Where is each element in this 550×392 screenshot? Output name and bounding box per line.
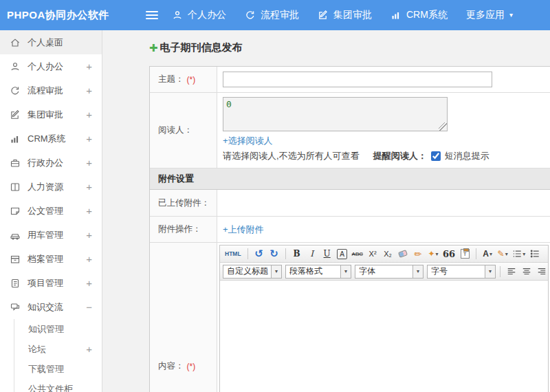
caret-down-icon: ▾ — [522, 251, 525, 257]
heading-select-value: 自定义标题 — [227, 265, 268, 277]
required-mark: (*) — [187, 362, 196, 371]
strikethrough-button[interactable]: ABC — [351, 247, 364, 261]
nav-item-more-apps[interactable]: 更多应用 ▾ — [466, 9, 513, 21]
editor-toolbar-row2: 自定义标题 ▾ 段落格式 ▾ 字体 ▾ — [220, 263, 548, 281]
nav-item-workflow-approval[interactable]: 流程审批 — [245, 9, 299, 21]
sidebar-item-label: CRM系统 — [28, 133, 86, 145]
nav-item-personal-office[interactable]: 个人办公 — [172, 9, 226, 21]
undo-icon[interactable]: ↺ — [252, 247, 266, 261]
subject-label: 主题： — [158, 74, 184, 85]
attachment-ops-label: 附件操作： — [158, 224, 201, 235]
subscript-button[interactable]: X₂ — [381, 247, 395, 261]
sidebar-subitem-knowledge-mgmt[interactable]: 知识管理 — [14, 319, 102, 339]
nav-item-group-approval[interactable]: 集团审批 — [318, 9, 372, 21]
subject-input[interactable] — [223, 72, 492, 87]
paragraph-format-select[interactable]: 段落格式 ▾ — [285, 265, 351, 279]
sidebar-subitem-download-mgmt[interactable]: 下载管理 — [14, 359, 102, 379]
html-source-button[interactable]: HTML — [223, 247, 243, 261]
italic-button[interactable]: I — [305, 247, 319, 261]
unordered-list-icon[interactable] — [528, 247, 542, 261]
expand-toggle[interactable]: + — [86, 133, 92, 144]
uploaded-attachments-label: 已上传附件： — [158, 197, 210, 209]
caret-down-icon: ▾ — [340, 265, 351, 278]
nav-label: 集团审批 — [333, 9, 372, 21]
heading-style-select[interactable]: 自定义标题 ▾ — [223, 265, 282, 279]
nav-label: CRM系统 — [406, 9, 448, 21]
upload-attachment-link[interactable]: +上传附件 — [223, 224, 264, 236]
sidebar-subitem-label: 知识管理 — [28, 323, 92, 336]
superscript-button[interactable]: X² — [366, 247, 380, 261]
underline-button[interactable]: U — [320, 247, 334, 261]
readers-field-cell: 0 +选择阅读人 请选择阅读人,不选为所有人可查看 提醒阅读人： 短消息提示 — [217, 93, 550, 168]
sidebar-item-document-mgmt[interactable]: 公文管理 + — [0, 199, 102, 223]
top-nav: 个人办公 流程审批 集团审批 CRM系统 更多应用 ▾ — [172, 9, 513, 21]
expand-toggle[interactable]: + — [86, 253, 92, 265]
align-left-icon[interactable] — [505, 265, 518, 279]
person-icon — [172, 10, 183, 21]
expand-toggle[interactable]: + — [86, 109, 92, 120]
bold-button[interactable]: B — [290, 247, 304, 261]
sidebar-item-archive-mgmt[interactable]: 档案管理 + — [0, 247, 102, 271]
toolbar-separator — [248, 248, 248, 259]
font-color-button[interactable]: A▾ — [481, 247, 494, 261]
sidebar-item-project-mgmt[interactable]: 项目管理 + — [0, 271, 102, 295]
nav-item-crm[interactable]: CRM系统 — [390, 9, 448, 21]
expand-toggle[interactable]: + — [86, 229, 92, 241]
sidebar-item-group-approval[interactable]: 集团审批 + — [0, 102, 102, 127]
hamburger-menu-icon[interactable] — [146, 9, 158, 21]
toolbar-separator — [285, 248, 286, 259]
select-readers-link[interactable]: +选择阅读人 — [223, 135, 273, 147]
editor-content-area[interactable] — [220, 281, 548, 392]
sidebar-item-workflow-approval[interactable]: 流程审批 + — [0, 78, 102, 102]
caret-down-icon: ▾ — [485, 265, 495, 278]
cycle-icon — [10, 85, 21, 96]
caret-down-icon: ▾ — [505, 251, 508, 257]
collapse-toggle[interactable]: − — [86, 301, 92, 313]
content-row: 内容： (*) HTML ↺ ↻ B I — [150, 243, 550, 392]
sidebar-item-personal-desktop[interactable]: 个人桌面 — [0, 30, 102, 54]
book-icon — [10, 182, 21, 193]
chat-icon — [10, 302, 21, 313]
eraser-icon[interactable] — [396, 247, 410, 261]
highlight-color-button[interactable]: ✎▾ — [496, 247, 509, 261]
expand-toggle[interactable]: + — [86, 277, 92, 289]
sidebar-item-vehicle-mgmt[interactable]: 用车管理 + — [0, 223, 102, 247]
expand-toggle[interactable]: + — [86, 157, 92, 168]
readers-textarea[interactable]: 0 — [223, 97, 448, 131]
edit-square-icon — [10, 109, 21, 120]
sidebar-subitem-forum[interactable]: 论坛 + — [14, 339, 102, 359]
sidebar-subitem-public-file-cabinet[interactable]: 公共文件柜 — [14, 379, 102, 392]
sidebar-item-knowledge-exchange[interactable]: 知识交流 − — [0, 295, 102, 319]
align-center-icon[interactable] — [520, 265, 534, 279]
font-family-select[interactable]: 字体 ▾ — [355, 265, 424, 279]
expand-toggle[interactable]: + — [86, 181, 92, 193]
required-mark: (*) — [187, 75, 196, 85]
readers-label-cell: 阅读人： — [150, 93, 217, 168]
caret-down-icon: ▾ — [490, 251, 492, 257]
expand-toggle[interactable]: + — [86, 61, 92, 72]
attachment-ops-row: 附件操作： +上传附件 — [150, 217, 550, 243]
expand-toggle[interactable]: + — [86, 85, 92, 96]
font-style-button[interactable]: A — [337, 249, 347, 259]
plus-icon: ✚ — [149, 42, 158, 54]
sidebar-item-hr[interactable]: 人力资源 + — [0, 175, 102, 199]
content-field-cell: HTML ↺ ↻ B I U A ABC X² X₂ — [217, 243, 550, 392]
caret-down-icon: ▾ — [509, 12, 513, 19]
sidebar-item-admin-office[interactable]: 行政办公 + — [0, 151, 102, 175]
expand-toggle[interactable]: + — [86, 343, 92, 355]
align-right-icon[interactable] — [535, 265, 548, 279]
paste-icon[interactable]: T — [458, 247, 472, 261]
expand-toggle[interactable]: + — [86, 205, 92, 217]
ordered-list-icon[interactable]: ▾ — [511, 247, 527, 261]
blockquote-button[interactable]: 66 — [441, 247, 456, 261]
sidebar-item-crm[interactable]: CRM系统 + — [0, 127, 102, 151]
sidebar-item-personal-office[interactable]: 个人办公 + — [0, 54, 102, 78]
top-bar: PHPOA协同办公软件 个人办公 流程审批 集团审批 CRM系统 更多应用 ▾ — [0, 0, 550, 30]
page-title-text: 电子期刊信息发布 — [160, 41, 243, 54]
sms-notify-checkbox[interactable] — [431, 151, 441, 161]
font-size-select[interactable]: 字号 ▾ — [427, 265, 496, 279]
redo-icon[interactable]: ↻ — [267, 247, 281, 261]
auto-format-icon[interactable]: ✦▾ — [426, 247, 440, 261]
format-brush-icon[interactable]: ✏ — [411, 247, 425, 261]
nav-label: 个人办公 — [188, 9, 226, 21]
